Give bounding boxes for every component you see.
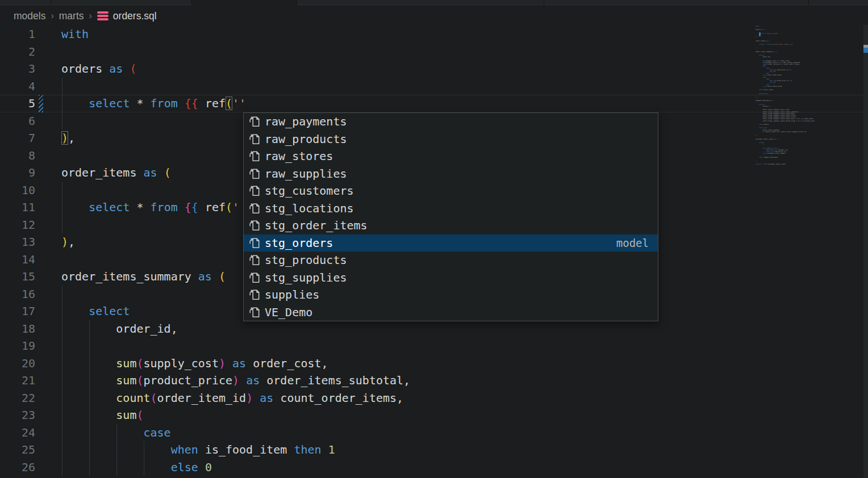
symbol-reference-icon [248, 219, 261, 232]
suggestion-label: raw_products [265, 132, 347, 146]
token-pln [198, 97, 205, 110]
suggestion-label: stg_products [265, 253, 347, 267]
token-kw: then [294, 443, 321, 456]
code-line-24[interactable]: case [61, 424, 171, 442]
line-number: 25 [0, 441, 35, 459]
gutter-modified-indicator[interactable] [39, 95, 43, 112]
breadcrumb: models › marts › orders.sql [14, 7, 157, 24]
line-number: 2 [0, 43, 35, 61]
code-line-1[interactable]: with [61, 26, 89, 43]
token-pln [136, 166, 143, 179]
code-line-21[interactable]: sum(product_price) as order_items_subtot… [61, 372, 410, 389]
breadcrumb-file-name[interactable]: orders.sql [113, 10, 157, 22]
line-number: 15 [0, 268, 35, 286]
code-line-22[interactable]: count(order_item_id) as count_order_item… [61, 389, 403, 407]
code-line-13[interactable]: ), [61, 233, 75, 251]
active-tab[interactable] [192, 0, 297, 6]
symbol-reference-icon [248, 288, 261, 301]
symbol-reference-icon [248, 185, 261, 197]
suggestion-item[interactable]: raw_products [244, 131, 658, 148]
suggestion-item[interactable]: stg_customers [244, 182, 658, 200]
token-pln: , [68, 235, 75, 249]
token-pln: , [68, 131, 75, 145]
suggestion-item[interactable]: supplies [244, 286, 658, 304]
symbol-reference-icon [248, 150, 261, 162]
token-kw: case [144, 426, 171, 439]
suggestion-item[interactable]: raw_stores [244, 148, 658, 165]
token-pln [239, 374, 246, 387]
token-num: 1 [328, 443, 335, 456]
token-pln [246, 357, 253, 370]
chevron-right-icon: › [89, 11, 92, 21]
token-pln [273, 391, 280, 405]
token-id: product_price [144, 374, 233, 387]
suggestion-item[interactable]: stg_locations [244, 200, 658, 217]
code-line-18[interactable]: order_id, [61, 320, 178, 338]
code-line-9[interactable]: order_items as ( [61, 164, 171, 182]
suggestion-item-selected[interactable]: stg_ordersmodel [244, 234, 658, 252]
token-bgold: ) [61, 235, 68, 249]
suggestion-item[interactable]: VE_Demo [244, 304, 658, 321]
token-pln [157, 166, 164, 179]
token-pln: * [130, 97, 150, 110]
suggestion-label: stg_order_items [265, 219, 368, 232]
token-bgold: ( [219, 270, 226, 283]
code-line-11[interactable]: select * from {{ ref(' [61, 199, 239, 216]
token-bgoldm: ) [61, 131, 68, 145]
line-number: 7 [0, 129, 35, 147]
tab-divider [297, 0, 297, 5]
line-number: 21 [0, 372, 35, 389]
token-kw: from [151, 97, 178, 110]
breadcrumb-item-marts[interactable]: marts [59, 10, 84, 22]
token-pln [226, 357, 232, 370]
token-id: order_items [61, 166, 136, 179]
code-line-15[interactable]: order_items_summary as ( [61, 268, 226, 286]
symbol-reference-icon [248, 167, 261, 180]
token-pln [61, 443, 171, 456]
code-line-20[interactable]: sum(supply_cost) as order_cost, [61, 355, 328, 372]
token-bpink: ( [151, 391, 157, 405]
token-id: order_items_summary [61, 270, 191, 283]
token-pln [287, 443, 294, 456]
token-pln [61, 460, 171, 474]
minimap-content: with orders as ( select * from {{ ref(''… [756, 26, 862, 166]
token-kw: select [89, 304, 130, 318]
code-line-17[interactable]: select [61, 303, 130, 320]
line-number: 26 [0, 459, 35, 476]
suggestion-item[interactable]: stg_products [244, 251, 658, 269]
token-pln [61, 408, 116, 422]
code-line-7[interactable]: ), [61, 129, 75, 147]
line-number: 4 [0, 78, 35, 95]
symbol-reference-icon [248, 306, 261, 318]
tab-bar [0, 0, 868, 5]
token-str: '' [232, 97, 246, 110]
line-number: 10 [0, 182, 35, 199]
suggestion-item[interactable]: stg_supplies [244, 269, 658, 287]
line-number: 19 [0, 337, 35, 355]
minimap[interactable]: with orders as ( select * from {{ ref(''… [756, 26, 862, 190]
token-pln [61, 200, 89, 214]
token-pln [198, 443, 205, 456]
code-line-23[interactable]: sum( [61, 406, 144, 424]
line-number: 16 [0, 286, 35, 303]
code-line-25[interactable]: when is_food_item then 1 [61, 441, 335, 459]
token-bpink: { [185, 200, 191, 214]
vscode-editor-window: models › marts › orders.sql 123456789101… [0, 0, 868, 478]
token-fn: sum [116, 408, 136, 422]
suggestion-item[interactable]: stg_order_items [244, 217, 658, 234]
line-number: 12 [0, 216, 35, 234]
token-bpink: ) [246, 391, 253, 405]
overview-ruler-scrollbar[interactable] [863, 25, 868, 478]
suggestion-item[interactable]: raw_payments [244, 113, 658, 131]
suggestion-item[interactable]: raw_supplies [244, 165, 658, 183]
token-id: order_item_id [157, 391, 247, 405]
suggestion-label: stg_orders [265, 236, 333, 250]
token-num: 0 [205, 460, 212, 474]
code-line-5[interactable]: select * from {{ ref('' [61, 95, 246, 112]
minimap-modified-marker [759, 32, 761, 36]
breadcrumb-item-models[interactable]: models [14, 10, 45, 22]
code-line-26[interactable]: else 0 [61, 459, 212, 476]
suggestion-label: VE_Demo [265, 305, 312, 319]
line-number: 1 [0, 26, 35, 43]
code-line-3[interactable]: orders as ( [61, 60, 136, 78]
